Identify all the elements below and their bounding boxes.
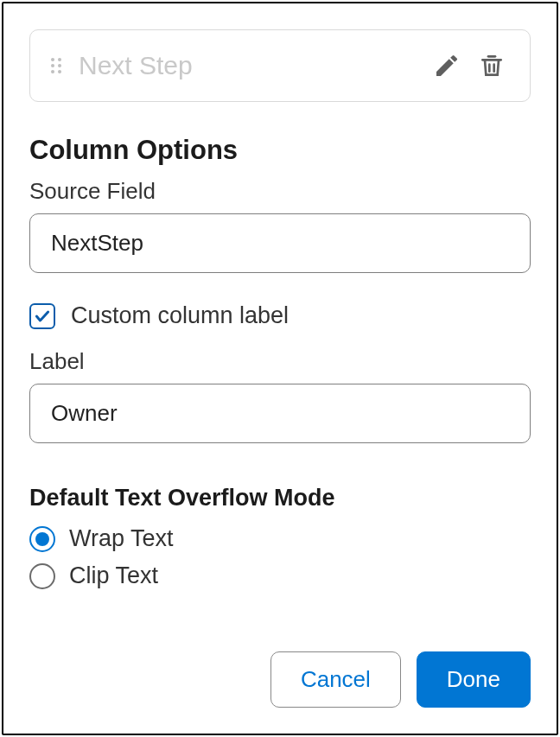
column-options-heading: Column Options bbox=[29, 135, 531, 166]
field-card-title: Next Step bbox=[79, 51, 416, 80]
overflow-radio-group: Wrap Text Clip Text bbox=[29, 525, 531, 589]
delete-icon[interactable] bbox=[478, 52, 506, 79]
source-field-label: Source Field bbox=[29, 178, 531, 205]
radio-clip-text[interactable]: Clip Text bbox=[29, 562, 531, 589]
radio-wrap-text[interactable]: Wrap Text bbox=[29, 525, 531, 552]
radio-button[interactable] bbox=[29, 563, 55, 589]
drag-handle-icon[interactable] bbox=[51, 58, 61, 73]
radio-label: Wrap Text bbox=[69, 525, 174, 552]
custom-label-checkbox[interactable] bbox=[29, 303, 55, 329]
column-options-panel: Next Step Column Options Source Field Cu… bbox=[2, 2, 558, 735]
edit-icon[interactable] bbox=[433, 52, 461, 79]
source-field-input[interactable] bbox=[29, 213, 531, 273]
done-button[interactable]: Done bbox=[417, 651, 531, 708]
button-row: Cancel Done bbox=[270, 651, 531, 708]
custom-label-checkbox-row[interactable]: Custom column label bbox=[29, 302, 531, 329]
label-input[interactable] bbox=[29, 384, 531, 443]
cancel-button[interactable]: Cancel bbox=[270, 651, 401, 708]
custom-label-checkbox-label: Custom column label bbox=[71, 302, 289, 329]
radio-label: Clip Text bbox=[69, 562, 158, 589]
field-card: Next Step bbox=[29, 29, 531, 102]
label-field-label: Label bbox=[29, 348, 531, 375]
radio-button[interactable] bbox=[29, 526, 55, 552]
overflow-heading: Default Text Overflow Mode bbox=[29, 485, 531, 511]
